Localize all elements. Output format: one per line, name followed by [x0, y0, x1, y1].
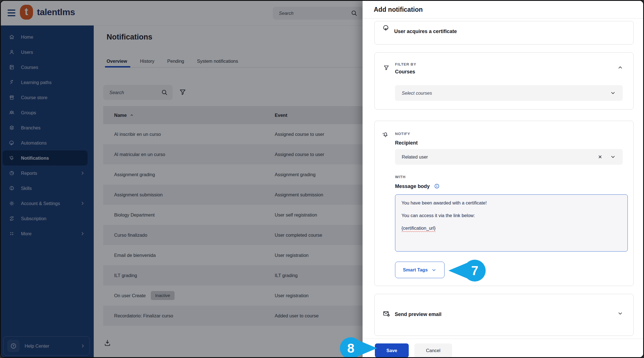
filter-icon	[383, 64, 390, 71]
filter-by-label: FILTER BY	[395, 62, 416, 66]
chevron-down-icon	[610, 154, 616, 160]
add-notification-panel: Add notification User acquires a certifi…	[363, 1, 643, 357]
notify-card: NOTIFY Recipient Related user WITH Messa…	[374, 121, 634, 286]
filter-by-card: FILTER BY Courses Select courses	[374, 52, 634, 110]
annotation-step-8: 8	[337, 336, 379, 358]
message-body-label: Message body	[395, 183, 440, 189]
filter-courses-title: Courses	[395, 69, 415, 75]
event-card[interactable]: User acquires a certificate	[374, 21, 634, 45]
automation-icon	[382, 24, 390, 31]
send-preview-title: Send preview email	[395, 311, 441, 317]
clear-icon[interactable]	[598, 154, 603, 159]
chevron-down-icon	[610, 90, 616, 96]
select-courses-dropdown[interactable]: Select courses	[395, 85, 623, 101]
bell-icon	[382, 131, 389, 138]
notify-label: NOTIFY	[395, 132, 410, 136]
message-line-smart-tag: {certification_url}	[401, 226, 436, 231]
message-line: You can access it via the link below:	[401, 213, 621, 218]
info-icon[interactable]	[434, 183, 440, 189]
recipient-dropdown[interactable]: Related user	[395, 149, 623, 165]
message-line: You have been awarded with a certificate…	[401, 200, 621, 206]
annotation-step-7: 7	[446, 258, 488, 283]
panel-title: Add notification	[374, 6, 423, 13]
panel-footer-divider	[363, 339, 643, 339]
cancel-button[interactable]: Cancel	[414, 343, 452, 357]
select-courses-placeholder: Select courses	[402, 90, 610, 96]
chevron-up-icon[interactable]	[617, 64, 623, 71]
smart-tags-button[interactable]: Smart Tags	[395, 262, 445, 278]
recipient-value: Related user	[402, 154, 598, 160]
recipient-title: Recipient	[395, 140, 418, 146]
message-body-textarea[interactable]: You have been awarded with a certificate…	[395, 194, 628, 252]
event-label: User acquires a certificate	[394, 29, 457, 34]
chevron-down-icon	[431, 267, 437, 273]
modal-backdrop[interactable]	[1, 1, 363, 357]
svg-text:8: 8	[347, 341, 354, 355]
panel-header-divider	[363, 18, 643, 18]
svg-text:7: 7	[471, 263, 478, 278]
with-label: WITH	[395, 175, 406, 179]
send-preview-card[interactable]: Send preview email	[374, 294, 634, 336]
envelope-check-icon	[382, 310, 390, 318]
chevron-down-icon	[617, 310, 623, 317]
app-window: t talentlms Search Home Users Courses	[0, 0, 644, 358]
save-button[interactable]: Save	[375, 343, 409, 357]
